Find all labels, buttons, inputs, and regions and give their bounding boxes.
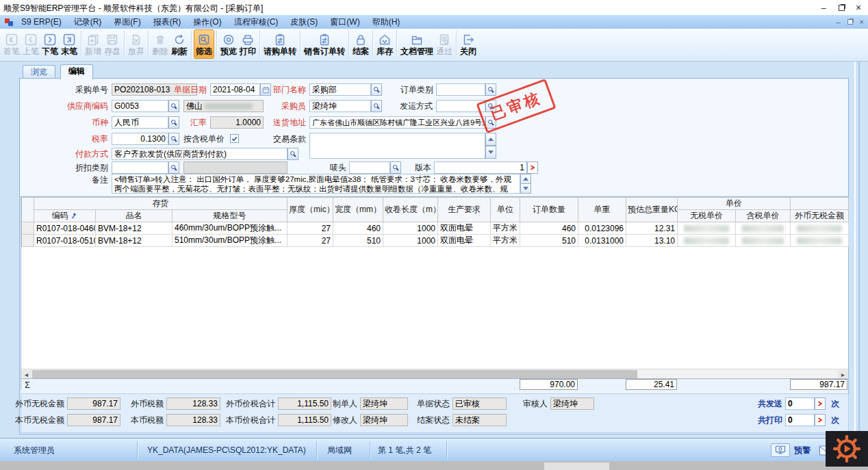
tab-edit[interactable]: 编辑 — [60, 64, 93, 79]
tax-rate-lookup-button[interactable] — [168, 133, 179, 145]
first-record-button[interactable]: 首笔 — [2, 29, 21, 59]
cell-width[interactable]: 460 — [333, 222, 383, 235]
purchase-request-transfer-button[interactable]: 请购单转 — [262, 29, 298, 59]
menu-record[interactable]: 记录(R) — [68, 15, 108, 29]
order-type-field[interactable] — [436, 83, 485, 96]
alert-button[interactable] — [771, 443, 790, 457]
cell-length[interactable]: 1000 — [383, 235, 438, 247]
cell-thickness[interactable]: 27 — [288, 235, 333, 247]
delete-button[interactable]: 删除 — [151, 29, 170, 59]
scrollbar-thumb[interactable] — [32, 370, 637, 378]
cell-requirement[interactable]: 双面电晕 — [438, 235, 491, 247]
row-selector[interactable] — [22, 222, 34, 235]
col-untaxed-price[interactable]: 无税单价 — [678, 210, 736, 222]
prev-record-button[interactable]: 上笔 — [21, 29, 40, 59]
last-record-button[interactable]: 末笔 — [60, 29, 79, 59]
cell-thickness[interactable]: 27 — [288, 222, 333, 235]
cell-spec[interactable]: 510mm/30um/BOPP预涂触... — [173, 235, 288, 247]
col-fc-untaxed-amount[interactable]: 外币无税金额 — [791, 210, 849, 222]
version-expand-button[interactable] — [527, 161, 538, 174]
horizontal-scrollbar[interactable]: ◂ ▸ — [21, 369, 848, 378]
discount-type-field[interactable] — [112, 161, 168, 174]
recorder-overlay[interactable] — [826, 431, 868, 467]
scroll-right-button[interactable]: ▸ — [838, 370, 848, 378]
col-taxed-price[interactable]: 含税单价 — [736, 210, 791, 222]
menu-window[interactable]: 窗口(W) — [324, 15, 366, 29]
cell-qty[interactable]: 510 — [520, 235, 578, 247]
cell-spec[interactable]: 460mm/30um/BOPP预涂触... — [173, 222, 288, 235]
col-code[interactable]: 编码 — [34, 210, 96, 222]
mdi-restore-button[interactable] — [847, 19, 853, 25]
mdi-close-button[interactable]: × — [860, 18, 864, 26]
cell-unit-weight[interactable]: 0.0123096 — [578, 222, 626, 235]
alert-label[interactable]: 预警 — [794, 439, 810, 462]
supplier-lookup-button[interactable] — [168, 100, 179, 112]
col-order-qty[interactable]: 订单数量 — [520, 198, 578, 222]
mdi-minimize-button[interactable]: – — [836, 18, 840, 26]
dept-lookup-button[interactable] — [371, 83, 382, 96]
col-roll-length[interactable]: 收卷长度（m） — [383, 198, 438, 222]
currency-field[interactable]: 人民币 — [112, 116, 168, 129]
menu-operation[interactable]: 操作(O) — [187, 15, 227, 29]
order-type-lookup-button[interactable] — [485, 83, 496, 96]
payment-lookup-button[interactable] — [288, 148, 298, 160]
cell-total-weight[interactable]: 12.31 — [626, 222, 678, 235]
filter-button[interactable]: 筛选 — [194, 29, 214, 59]
menu-interface[interactable]: 界面(F) — [107, 15, 146, 29]
supplier-code-field[interactable]: G0053 — [112, 100, 168, 112]
cell-requirement[interactable]: 双面电晕 — [438, 222, 491, 235]
tax-rate-field[interactable]: 0.1300 — [112, 133, 168, 145]
dept-field[interactable]: 采购部 — [309, 83, 371, 96]
cell-name[interactable]: BVM-18+12 — [96, 235, 173, 247]
inventory-button[interactable]: 库存 — [375, 29, 394, 59]
cell-qty[interactable]: 460 — [520, 222, 578, 235]
save-button[interactable]: 存盘 — [103, 29, 122, 59]
discard-button[interactable]: 放弃 — [127, 29, 146, 59]
preview-button[interactable]: 预览 — [219, 29, 238, 59]
cell-unit[interactable]: 平方米 — [491, 235, 520, 247]
buyer-lookup-button[interactable] — [371, 100, 382, 112]
ship-address-field[interactable]: 广东省佛山市顺德区陈村镇广隆工业区兴业八路9号之一 — [309, 116, 485, 129]
col-width[interactable]: 宽度（mm） — [333, 198, 383, 222]
menu-skin[interactable]: 皮肤(S) — [284, 15, 324, 29]
print-count-field[interactable]: 0 — [785, 414, 815, 426]
version-field[interactable]: 1 — [434, 161, 527, 174]
restore-button[interactable] — [832, 0, 850, 15]
scroll-left-button[interactable]: ◂ — [21, 370, 31, 378]
discount-lookup-button[interactable] — [168, 161, 179, 174]
menu-report[interactable]: 报表(R) — [147, 15, 188, 29]
currency-lookup-button[interactable] — [168, 116, 179, 129]
remark-field[interactable]: <销售订单>转入注意： 出口国外订单， 厚度要够27mic,胶面电晕值≥38； … — [112, 174, 520, 194]
cell-unit[interactable]: 平方米 — [491, 222, 520, 235]
document-manage-button[interactable]: 文档管理 — [399, 29, 435, 59]
col-est-total-weight[interactable]: 预估总重量KG — [626, 198, 678, 222]
table-row[interactable]: R0107-018-0460-... BVM-18+12 460mm/30um/… — [22, 222, 849, 235]
cell-unit-weight[interactable]: 0.0131000 — [578, 235, 626, 247]
cell-total-weight[interactable]: 13.10 — [626, 235, 678, 247]
payment-field[interactable]: 客户齐款发货(供应商货到付款) — [112, 148, 288, 160]
col-thickness[interactable]: 厚度（mic） — [288, 198, 333, 222]
close-case-button[interactable]: 结案 — [351, 29, 370, 59]
remark-scroll-down[interactable] — [520, 183, 531, 194]
sent-count-field[interactable]: 0 — [785, 397, 815, 410]
shipping-mark-lookup-button[interactable] — [390, 161, 401, 174]
tax-included-checkbox[interactable] — [230, 134, 239, 143]
buyer-field[interactable]: 梁绮坤 — [309, 100, 371, 112]
trade-terms-scroll-up[interactable] — [485, 133, 496, 146]
approve-button[interactable]: 通过 — [435, 29, 454, 59]
menu-workflow[interactable]: 流程审核(C) — [228, 15, 285, 29]
minimize-button[interactable]: – — [815, 0, 832, 15]
cell-code[interactable]: R0107-018-0460-... — [34, 222, 96, 235]
remark-scroll-up[interactable] — [520, 174, 531, 184]
col-unit[interactable]: 单位 — [491, 198, 520, 222]
cell-code[interactable]: R0107-018-0510-... — [34, 235, 96, 247]
sent-expand-button[interactable] — [815, 397, 826, 410]
new-button[interactable]: 新增 — [84, 29, 103, 59]
print-expand-button[interactable] — [815, 414, 826, 426]
refresh-button[interactable]: 刷新 — [170, 29, 189, 59]
cell-name[interactable]: BVM-18+12 — [96, 222, 173, 235]
col-spec[interactable]: 规格型号 — [173, 210, 288, 222]
sales-order-transfer-button[interactable]: 销售订单转 — [303, 29, 346, 59]
shipping-mark-field[interactable] — [349, 161, 390, 174]
tab-browse[interactable]: 浏览 — [23, 65, 55, 79]
